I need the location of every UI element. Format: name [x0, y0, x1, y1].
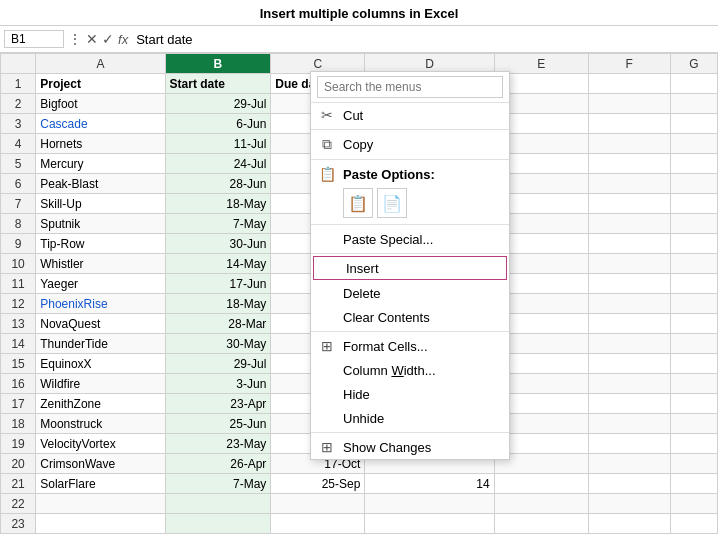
row-number[interactable]: 9: [1, 234, 36, 254]
ctx-item-format-cells[interactable]: ⊞Format Cells...: [311, 334, 509, 358]
row-number[interactable]: 7: [1, 194, 36, 214]
cell-f[interactable]: [588, 474, 670, 494]
cell-b[interactable]: 18-May: [165, 194, 271, 214]
cell-a[interactable]: Cascade: [36, 114, 165, 134]
cell-g[interactable]: [670, 414, 717, 434]
cell-a[interactable]: ThunderTide: [36, 334, 165, 354]
cell-b[interactable]: 29-Jul: [165, 354, 271, 374]
cell-c[interactable]: 25-Sep: [271, 474, 365, 494]
row-number[interactable]: 5: [1, 154, 36, 174]
row-number[interactable]: 22: [1, 494, 36, 514]
cell-f[interactable]: [588, 114, 670, 134]
cell-b[interactable]: 30-May: [165, 334, 271, 354]
cell-b[interactable]: 7-May: [165, 474, 271, 494]
cell-f[interactable]: [588, 374, 670, 394]
cell-g[interactable]: [670, 314, 717, 334]
cell-g[interactable]: [670, 494, 717, 514]
cell-b[interactable]: 30-Jun: [165, 234, 271, 254]
row-number[interactable]: 6: [1, 174, 36, 194]
cell-a[interactable]: ZenithZone: [36, 394, 165, 414]
ctx-item-col-width[interactable]: Column Width...: [311, 358, 509, 382]
search-input[interactable]: [317, 76, 503, 98]
cell-b[interactable]: 25-Jun: [165, 414, 271, 434]
cell-b[interactable]: 23-May: [165, 434, 271, 454]
cell-g[interactable]: [670, 334, 717, 354]
ctx-item-show-changes[interactable]: ⊞Show Changes: [311, 435, 509, 459]
cell-a[interactable]: Sputnik: [36, 214, 165, 234]
cell-g[interactable]: [670, 474, 717, 494]
cell-g[interactable]: [670, 234, 717, 254]
cell-b[interactable]: 24-Jul: [165, 154, 271, 174]
ctx-item-clear-contents[interactable]: Clear Contents: [311, 305, 509, 329]
row-number[interactable]: 20: [1, 454, 36, 474]
cell-g[interactable]: [670, 394, 717, 414]
cell-g[interactable]: [670, 74, 717, 94]
row-number[interactable]: 8: [1, 214, 36, 234]
cell-f[interactable]: [588, 514, 670, 534]
col-header-A[interactable]: A: [36, 54, 165, 74]
cell-g[interactable]: [670, 114, 717, 134]
cell-b[interactable]: 18-May: [165, 294, 271, 314]
cell-f[interactable]: [588, 354, 670, 374]
cell-f[interactable]: [588, 94, 670, 114]
cell-a[interactable]: VelocityVortex: [36, 434, 165, 454]
cell-f[interactable]: [588, 274, 670, 294]
row-number[interactable]: 18: [1, 414, 36, 434]
row-number[interactable]: 14: [1, 334, 36, 354]
cell-b[interactable]: 11-Jul: [165, 134, 271, 154]
cell-f[interactable]: [588, 394, 670, 414]
ctx-item-unhide[interactable]: Unhide: [311, 406, 509, 430]
col-header-F[interactable]: F: [588, 54, 670, 74]
more-icon[interactable]: ⋮: [68, 31, 82, 47]
cell-g[interactable]: [670, 434, 717, 454]
row-number[interactable]: 12: [1, 294, 36, 314]
cell-a[interactable]: [36, 494, 165, 514]
cell-b[interactable]: 26-Apr: [165, 454, 271, 474]
ctx-item-paste-special[interactable]: Paste Special...: [311, 227, 509, 251]
cell-f[interactable]: [588, 234, 670, 254]
cell-c[interactable]: [271, 514, 365, 534]
cell-g[interactable]: [670, 194, 717, 214]
cell-ref-box[interactable]: B1: [4, 30, 64, 48]
cell-g[interactable]: [670, 514, 717, 534]
cell-a[interactable]: Mercury: [36, 154, 165, 174]
cell-g[interactable]: [670, 294, 717, 314]
cell-b[interactable]: 17-Jun: [165, 274, 271, 294]
cell-f[interactable]: [588, 454, 670, 474]
cell-f[interactable]: [588, 214, 670, 234]
cell-g[interactable]: [670, 454, 717, 474]
cell-c[interactable]: [271, 494, 365, 514]
ctx-item-cut[interactable]: ✂Cut: [311, 103, 509, 127]
cell-g[interactable]: [670, 274, 717, 294]
cell-a[interactable]: Yaeger: [36, 274, 165, 294]
cell-b[interactable]: 28-Mar: [165, 314, 271, 334]
cell-a[interactable]: Bigfoot: [36, 94, 165, 114]
ctx-item-delete[interactable]: Delete: [311, 281, 509, 305]
cell-b[interactable]: [165, 514, 271, 534]
cell-b[interactable]: 23-Apr: [165, 394, 271, 414]
row-number[interactable]: 19: [1, 434, 36, 454]
cell-f[interactable]: [588, 174, 670, 194]
cell-f[interactable]: [588, 294, 670, 314]
cell-b[interactable]: Start date: [165, 74, 271, 94]
cell-f[interactable]: [588, 494, 670, 514]
cell-a[interactable]: NovaQuest: [36, 314, 165, 334]
cell-b[interactable]: 14-May: [165, 254, 271, 274]
ctx-item-insert[interactable]: Insert: [313, 256, 507, 280]
cell-e[interactable]: [494, 494, 588, 514]
cell-a[interactable]: EquinoxX: [36, 354, 165, 374]
confirm-icon[interactable]: ✓: [102, 31, 114, 47]
row-number[interactable]: 23: [1, 514, 36, 534]
cell-f[interactable]: [588, 254, 670, 274]
cell-b[interactable]: 6-Jun: [165, 114, 271, 134]
ctx-item-copy[interactable]: ⧉Copy: [311, 132, 509, 157]
cell-f[interactable]: [588, 154, 670, 174]
cell-b[interactable]: 3-Jun: [165, 374, 271, 394]
cell-d[interactable]: [365, 494, 494, 514]
row-number[interactable]: 13: [1, 314, 36, 334]
cell-a[interactable]: CrimsonWave: [36, 454, 165, 474]
ctx-item-hide[interactable]: Hide: [311, 382, 509, 406]
cell-f[interactable]: [588, 74, 670, 94]
cell-d[interactable]: 14: [365, 474, 494, 494]
row-number[interactable]: 21: [1, 474, 36, 494]
